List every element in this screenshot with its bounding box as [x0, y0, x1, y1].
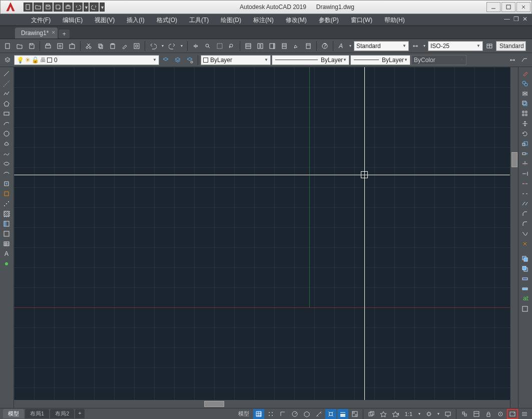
extend-icon[interactable] [519, 169, 530, 178]
mirror-icon[interactable] [519, 89, 530, 98]
plot-icon[interactable] [43, 41, 54, 52]
save-icon[interactable] [26, 41, 37, 52]
close-button[interactable] [516, 2, 530, 12]
qat-saveas-icon[interactable] [54, 3, 63, 12]
break-point-icon[interactable] [519, 179, 530, 188]
region-icon[interactable] [1, 229, 12, 238]
layer-select[interactable]: 💡 ☀ 🔓 🖶 0 ▼ [14, 55, 159, 65]
osnap-toggle-icon[interactable] [325, 409, 336, 419]
rectangle-icon[interactable] [1, 109, 12, 118]
qat-redo-dropdown-icon[interactable]: ▾ [100, 3, 105, 12]
ortho-toggle-icon[interactable] [277, 409, 288, 419]
open-icon[interactable] [14, 41, 25, 52]
isolate-objects-icon[interactable] [495, 409, 506, 419]
markup-icon[interactable] [291, 41, 302, 52]
circle-icon[interactable] [1, 129, 12, 138]
layer-previous-icon[interactable] [160, 55, 171, 66]
menu-help[interactable]: 帮助(H) [378, 14, 411, 26]
clean-screen-icon[interactable] [507, 409, 518, 419]
menu-file[interactable]: 文件(F) [25, 14, 57, 26]
menu-modify[interactable]: 修改(M) [280, 14, 313, 26]
cut-icon[interactable] [83, 41, 94, 52]
layer-manager-icon[interactable] [2, 55, 13, 66]
undo-dropdown-icon[interactable]: ▾ [160, 41, 166, 52]
cycling-icon[interactable] [366, 409, 377, 419]
hatch-back-icon[interactable] [519, 304, 530, 313]
drawing-canvas[interactable] [14, 67, 510, 408]
isodraft-icon[interactable] [301, 409, 312, 419]
otrack-toggle-icon[interactable] [313, 409, 324, 419]
arc-icon[interactable] [1, 119, 12, 128]
text-style-select[interactable]: Standard▼ [354, 41, 409, 51]
scrollbar-thumb[interactable] [204, 401, 224, 407]
gear-icon[interactable] [423, 409, 434, 419]
bring-front-icon[interactable] [519, 274, 530, 283]
annotation-monitor-icon[interactable] [442, 409, 453, 419]
scale-value[interactable]: 1:1 [402, 411, 415, 417]
dim-linear-icon[interactable] [410, 41, 421, 52]
quick-properties-icon[interactable] [471, 409, 482, 419]
horizontal-scrollbar[interactable] [14, 400, 510, 408]
block-editor-icon[interactable] [131, 41, 142, 52]
scrollbar-thumb[interactable] [511, 152, 517, 167]
polyline-icon[interactable] [1, 89, 12, 98]
array-icon[interactable] [519, 109, 530, 118]
move-icon[interactable] [519, 119, 530, 128]
menu-insert[interactable]: 插入(I) [121, 14, 150, 26]
doc-close-icon[interactable]: ✕ [521, 15, 529, 23]
dimension-icon[interactable] [507, 55, 518, 66]
table-draw-icon[interactable] [1, 239, 12, 248]
fillet-icon[interactable] [519, 219, 530, 228]
qat-save-icon[interactable] [44, 3, 53, 12]
lock-ui-icon[interactable] [483, 409, 494, 419]
doc-restore-icon[interactable]: ❐ [512, 15, 520, 23]
text-style-icon[interactable]: A [336, 41, 347, 52]
close-tab-icon[interactable]: ✕ [52, 30, 56, 35]
dim-style-select[interactable]: ISO-25▼ [428, 41, 483, 51]
text-front-icon[interactable]: abc [519, 294, 530, 303]
new-icon[interactable] [2, 41, 13, 52]
zoom-previous-icon[interactable] [226, 41, 237, 52]
annotation-scale-icon[interactable]: + [390, 409, 401, 419]
line-icon[interactable] [1, 69, 12, 78]
text-style-dropdown-icon[interactable]: ▾ [348, 41, 353, 52]
copy-icon[interactable] [95, 41, 106, 52]
maximize-button[interactable] [501, 2, 515, 12]
customize-icon[interactable] [519, 409, 530, 419]
quickcalc-icon[interactable] [303, 41, 314, 52]
qat-redo-icon[interactable] [90, 3, 99, 12]
app-logo[interactable] [1, 1, 21, 14]
menu-format[interactable]: 格式(O) [151, 14, 183, 26]
paste-icon[interactable] [107, 41, 118, 52]
units-icon[interactable] [459, 409, 470, 419]
linetype-select[interactable]: ByLayer ▼ [272, 55, 349, 65]
rotate-icon[interactable] [519, 129, 530, 138]
chamfer-icon[interactable] [519, 209, 530, 218]
ellipse-arc-icon[interactable] [1, 169, 12, 178]
tab-layout1[interactable]: 布局1 [25, 409, 49, 418]
publish-icon[interactable] [67, 41, 78, 52]
polygon-icon[interactable] [1, 99, 12, 108]
tool-palettes-icon[interactable] [267, 41, 278, 52]
hatch-icon[interactable] [1, 209, 12, 218]
dim-dropdown-icon[interactable]: ▾ [422, 41, 427, 52]
trim-icon[interactable] [519, 159, 530, 168]
annotation-toggle-icon[interactable] [378, 409, 389, 419]
table-style-select[interactable]: Standard [496, 41, 526, 51]
table-icon[interactable] [484, 41, 495, 52]
qat-open-icon[interactable] [34, 3, 43, 12]
qat-print-icon[interactable] [64, 3, 73, 12]
qat-new-icon[interactable] [24, 3, 33, 12]
file-tab-drawing1[interactable]: Drawing1* ✕ [15, 28, 58, 39]
menu-dim[interactable]: 标注(N) [247, 14, 280, 26]
menu-view[interactable]: 视图(V) [89, 14, 121, 26]
construction-line-icon[interactable] [1, 79, 12, 88]
offset-icon[interactable] [519, 99, 530, 108]
help-icon[interactable]: ? [319, 41, 330, 52]
quick-leader-icon[interactable] [519, 55, 530, 66]
pan-icon[interactable] [190, 41, 201, 52]
redo-icon[interactable] [167, 41, 178, 52]
workspace-dropdown-icon[interactable]: ▾ [435, 409, 441, 419]
make-block-icon[interactable] [1, 189, 12, 198]
break-icon[interactable] [519, 189, 530, 198]
